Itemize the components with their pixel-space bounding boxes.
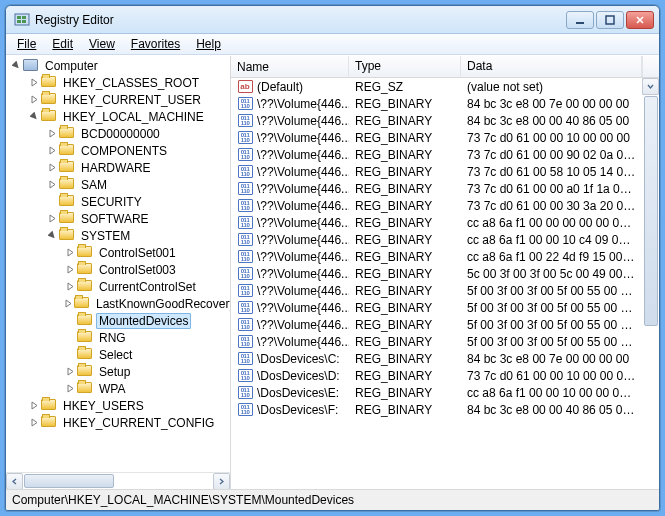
svg-rect-6 bbox=[606, 16, 614, 24]
binary-value-icon: 011110 bbox=[237, 165, 253, 179]
tree-toggle-icon[interactable] bbox=[64, 264, 76, 276]
tree-toggle-icon[interactable] bbox=[28, 77, 40, 89]
tree-node-computer[interactable]: Computer bbox=[8, 57, 230, 74]
tree-node-system[interactable]: SYSTEM bbox=[8, 227, 230, 244]
tree-node-label: LastKnownGoodRecovery bbox=[93, 296, 230, 312]
tree-node-select[interactable]: Select bbox=[8, 346, 230, 363]
value-row[interactable]: 011110\??\Volume{446...REG_BINARY73 7c d… bbox=[231, 163, 642, 180]
tree-node-lkg[interactable]: LastKnownGoodRecovery bbox=[8, 295, 230, 312]
tree-node-hkcr[interactable]: HKEY_CLASSES_ROOT bbox=[8, 74, 230, 91]
tree-toggle-icon[interactable] bbox=[28, 400, 40, 412]
value-row[interactable]: 011110\??\Volume{446...REG_BINARY84 bc 3… bbox=[231, 112, 642, 129]
tree-horizontal-scrollbar[interactable] bbox=[6, 472, 230, 489]
value-type: REG_BINARY bbox=[349, 182, 461, 196]
tree-toggle-icon[interactable] bbox=[64, 298, 73, 310]
value-row[interactable]: 011110\??\Volume{446...REG_BINARYcc a8 6… bbox=[231, 214, 642, 231]
minimize-button[interactable] bbox=[566, 11, 594, 29]
tree-toggle-icon[interactable] bbox=[28, 111, 40, 123]
tree-toggle-icon[interactable] bbox=[28, 94, 40, 106]
scroll-thumb[interactable] bbox=[644, 96, 658, 326]
value-row[interactable]: 011110\??\Volume{446...REG_BINARY5f 00 3… bbox=[231, 282, 642, 299]
tree-toggle-icon[interactable] bbox=[28, 417, 40, 429]
value-name: \??\Volume{446... bbox=[257, 301, 349, 315]
value-name: \??\Volume{446... bbox=[257, 199, 349, 213]
tree-toggle-icon[interactable] bbox=[64, 366, 76, 378]
tree-node-label: HKEY_CURRENT_USER bbox=[60, 92, 204, 108]
menu-edit[interactable]: Edit bbox=[45, 35, 80, 53]
tree-node-ccs[interactable]: CurrentControlSet bbox=[8, 278, 230, 295]
binary-value-icon: 011110 bbox=[237, 97, 253, 111]
folder-icon bbox=[59, 178, 75, 191]
tree-toggle-icon[interactable] bbox=[46, 230, 58, 242]
scroll-right-button[interactable] bbox=[213, 473, 230, 489]
value-row[interactable]: 011110\DosDevices\F:REG_BINARY84 bc 3c e… bbox=[231, 401, 642, 418]
column-header-data[interactable]: Data bbox=[461, 56, 642, 77]
scroll-down-button[interactable] bbox=[642, 78, 659, 95]
column-header-name[interactable]: Name bbox=[231, 56, 349, 77]
value-row[interactable]: 011110\??\Volume{446...REG_BINARY73 7c d… bbox=[231, 180, 642, 197]
tree-node-software[interactable]: SOFTWARE bbox=[8, 210, 230, 227]
scroll-thumb[interactable] bbox=[24, 474, 114, 488]
value-row[interactable]: 011110\??\Volume{446...REG_BINARYcc a8 6… bbox=[231, 231, 642, 248]
value-row[interactable]: 011110\DosDevices\C:REG_BINARY84 bc 3c e… bbox=[231, 350, 642, 367]
value-row[interactable]: 011110\??\Volume{446...REG_BINARY84 bc 3… bbox=[231, 95, 642, 112]
tree-node-hkcc[interactable]: HKEY_CURRENT_CONFIG bbox=[8, 414, 230, 431]
value-row[interactable]: 011110\??\Volume{446...REG_BINARY73 7c d… bbox=[231, 129, 642, 146]
value-data: 5f 00 3f 00 3f 00 5f 00 55 00 53 0 bbox=[461, 335, 642, 349]
window-frame: Registry Editor File Edit View Favorites… bbox=[5, 5, 660, 511]
value-row[interactable]: 011110\DosDevices\D:REG_BINARY73 7c d0 6… bbox=[231, 367, 642, 384]
tree-node-bcd[interactable]: BCD00000000 bbox=[8, 125, 230, 142]
value-row[interactable]: 011110\??\Volume{446...REG_BINARY73 7c d… bbox=[231, 197, 642, 214]
tree-node-setup[interactable]: Setup bbox=[8, 363, 230, 380]
tree-node-hku[interactable]: HKEY_USERS bbox=[8, 397, 230, 414]
list-body[interactable]: ab(Default)REG_SZ(value not set)011110\?… bbox=[231, 78, 659, 489]
column-header-type[interactable]: Type bbox=[349, 56, 461, 77]
tree-node-components[interactable]: COMPONENTS bbox=[8, 142, 230, 159]
menu-help[interactable]: Help bbox=[189, 35, 228, 53]
svg-rect-1 bbox=[17, 16, 21, 19]
tree-node-wpa[interactable]: WPA bbox=[8, 380, 230, 397]
tree-node-mounted[interactable]: MountedDevices bbox=[8, 312, 230, 329]
tree-node-cs001[interactable]: ControlSet001 bbox=[8, 244, 230, 261]
tree-node-security[interactable]: SECURITY bbox=[8, 193, 230, 210]
tree-toggle-icon[interactable] bbox=[46, 145, 58, 157]
scroll-left-button[interactable] bbox=[6, 473, 23, 489]
value-row[interactable]: 011110\DosDevices\E:REG_BINARYcc a8 6a f… bbox=[231, 384, 642, 401]
value-row[interactable]: 011110\??\Volume{446...REG_BINARY5f 00 3… bbox=[231, 316, 642, 333]
tree-node-hklm[interactable]: HKEY_LOCAL_MACHINE bbox=[8, 108, 230, 125]
list-vertical-scrollbar[interactable] bbox=[642, 78, 659, 95]
menu-view[interactable]: View bbox=[82, 35, 122, 53]
tree-toggle-icon[interactable] bbox=[64, 247, 76, 259]
tree-node-label: Setup bbox=[96, 364, 133, 380]
value-row[interactable]: 011110\??\Volume{446...REG_BINARY5f 00 3… bbox=[231, 299, 642, 316]
value-row[interactable]: ab(Default)REG_SZ(value not set) bbox=[231, 78, 642, 95]
titlebar[interactable]: Registry Editor bbox=[6, 6, 659, 34]
tree-toggle-icon[interactable] bbox=[46, 162, 58, 174]
close-button[interactable] bbox=[626, 11, 654, 29]
tree-node-label: COMPONENTS bbox=[78, 143, 170, 159]
tree-toggle-icon bbox=[10, 60, 22, 72]
value-row[interactable]: 011110\??\Volume{446...REG_BINARY5c 00 3… bbox=[231, 265, 642, 282]
tree-toggle-icon[interactable] bbox=[46, 128, 58, 140]
tree-toggle-icon bbox=[64, 332, 76, 344]
tree-node-sam[interactable]: SAM bbox=[8, 176, 230, 193]
value-row[interactable]: 011110\??\Volume{446...REG_BINARY73 7c d… bbox=[231, 146, 642, 163]
tree-node-rng[interactable]: RNG bbox=[8, 329, 230, 346]
tree-toggle-icon[interactable] bbox=[46, 213, 58, 225]
tree-pane[interactable]: ComputerHKEY_CLASSES_ROOTHKEY_CURRENT_US… bbox=[6, 56, 231, 489]
value-row[interactable]: 011110\??\Volume{446...REG_BINARY5f 00 3… bbox=[231, 333, 642, 350]
tree-toggle-icon[interactable] bbox=[64, 383, 76, 395]
tree-node-cs003[interactable]: ControlSet003 bbox=[8, 261, 230, 278]
tree-node-hardware[interactable]: HARDWARE bbox=[8, 159, 230, 176]
tree-toggle-icon[interactable] bbox=[64, 281, 76, 293]
binary-value-icon: 011110 bbox=[237, 352, 253, 366]
folder-icon bbox=[59, 229, 75, 242]
value-row[interactable]: 011110\??\Volume{446...REG_BINARYcc a8 6… bbox=[231, 248, 642, 265]
maximize-button[interactable] bbox=[596, 11, 624, 29]
tree-toggle-icon[interactable] bbox=[46, 179, 58, 191]
computer-icon bbox=[23, 59, 39, 72]
value-type: REG_BINARY bbox=[349, 233, 461, 247]
menu-file[interactable]: File bbox=[10, 35, 43, 53]
menu-favorites[interactable]: Favorites bbox=[124, 35, 187, 53]
tree-node-hkcu[interactable]: HKEY_CURRENT_USER bbox=[8, 91, 230, 108]
